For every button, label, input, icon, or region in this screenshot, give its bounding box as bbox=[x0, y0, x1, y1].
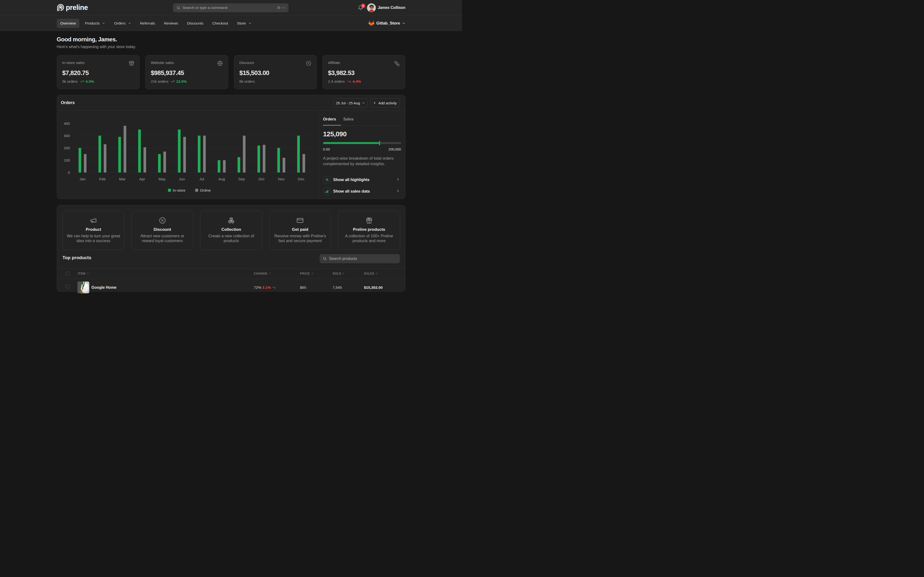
svg-text:100: 100 bbox=[63, 158, 70, 162]
svg-text:May: May bbox=[158, 177, 166, 181]
svg-text:200: 200 bbox=[63, 146, 70, 150]
svg-text:Feb: Feb bbox=[99, 177, 106, 181]
svg-text:Aug: Aug bbox=[218, 177, 225, 181]
svg-text:Online: Online bbox=[200, 188, 211, 192]
svg-text:Oct: Oct bbox=[258, 177, 265, 181]
svg-text:Jul: Jul bbox=[199, 177, 204, 181]
svg-text:400: 400 bbox=[63, 121, 70, 126]
svg-text:Jan: Jan bbox=[79, 177, 86, 181]
svg-text:Mar: Mar bbox=[119, 177, 125, 181]
svg-text:300: 300 bbox=[63, 134, 70, 138]
svg-text:0: 0 bbox=[68, 171, 70, 174]
svg-text:Dec: Dec bbox=[298, 177, 304, 181]
svg-text:Sep: Sep bbox=[238, 177, 245, 181]
svg-text:In-store: In-store bbox=[173, 188, 186, 192]
svg-text:Apr: Apr bbox=[139, 177, 145, 181]
svg-text:Jun: Jun bbox=[179, 177, 185, 181]
svg-text:Nov: Nov bbox=[278, 177, 285, 181]
